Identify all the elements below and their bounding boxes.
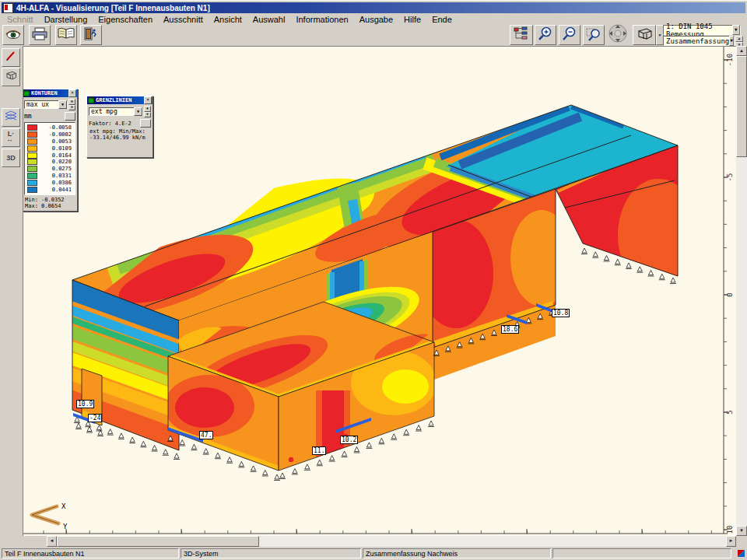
zoom-in-button[interactable]: + [535, 25, 556, 45]
menu-bar: SchnittDarstellungEigenschaftenAusschnit… [2, 14, 745, 24]
vertical-scrollbar[interactable]: ▲ ▼ [736, 46, 747, 536]
konturen-panel[interactable]: KONTUREN × max ux ▼ ▲▼ mm -0.0058-0.0002… [23, 89, 78, 212]
legend-row: 0.0441 [26, 186, 74, 193]
status-logo-icon [738, 550, 745, 557]
status-project: Teil F Innenausbauten N1 [2, 548, 179, 558]
close-icon[interactable]: × [144, 96, 152, 104]
legend-color-chip [27, 159, 37, 165]
status-extra [552, 548, 731, 558]
support-value-label: 10.8 [552, 309, 570, 317]
grenzlinien-titlebar[interactable]: GRENZLINIEN × [87, 96, 153, 104]
konturen-spinner[interactable]: ▲▼ [68, 99, 75, 110]
menu-item-darstellung[interactable]: Darstellung [39, 15, 93, 24]
app-window: 4H-ALFA - Visualisierung [Teil F Innenau… [0, 0, 747, 560]
konturen-titlebar[interactable]: KONTUREN × [23, 89, 77, 97]
bemessung-select[interactable]: 1: DIN 1045 Bemessung ▼ [663, 25, 741, 35]
svg-text:0: 0 [726, 292, 734, 296]
pan-control[interactable] [607, 25, 629, 45]
vertical-scroll-thumb[interactable] [736, 56, 747, 157]
app-icon [3, 3, 13, 13]
edit-mode-button[interactable] [2, 48, 20, 67]
threed-button[interactable]: 3D [2, 149, 20, 167]
konturen-unit-label: mm [24, 113, 32, 120]
legend-max: Max: 0.0654 [25, 203, 75, 209]
view-3d-button[interactable] [633, 25, 656, 45]
legend-value: 0.0386 [37, 180, 74, 186]
exit-button[interactable] [80, 25, 102, 45]
element-tree-button[interactable] [510, 25, 533, 45]
menu-item-ausgabe[interactable]: Ausgabe [354, 15, 398, 24]
menu-item-eigenschaften[interactable]: Eigenschaften [93, 15, 158, 24]
dimension-button[interactable]: L··· [2, 128, 20, 147]
menu-item-schnitt: Schnitt [2, 15, 39, 24]
legend-row: 0.0275 [26, 166, 74, 173]
menu-item-informationen[interactable]: Informationen [290, 15, 353, 24]
zoom-out-icon: - [562, 26, 577, 44]
legend-color-chip [27, 187, 37, 193]
grenzlinien-panel[interactable]: GRENZLINIEN × ext mpg ▼ ▲▼ Faktor: 4.E-2… [86, 96, 153, 158]
scroll-up-icon[interactable]: ▲ [736, 46, 747, 56]
menu-item-auswahl[interactable]: Auswahl [247, 15, 291, 24]
horizontal-scroll-thumb[interactable] [57, 536, 259, 547]
zoom-out-button[interactable]: - [559, 25, 580, 45]
konturen-result-select[interactable]: max ux ▼ [24, 100, 68, 109]
legend-value: 0.0164 [37, 152, 74, 159]
printer-icon [32, 27, 47, 44]
book-icon [58, 27, 75, 43]
konturen-title: KONTUREN [31, 90, 68, 96]
legend-row: 0.0331 [26, 173, 74, 180]
legend-color-chip [27, 152, 37, 159]
grenzlinien-info1: ext mpg: Min/Max: [89, 128, 150, 135]
legend-value: 0.0275 [37, 166, 74, 172]
legend-color-chip [27, 166, 37, 172]
legend-row: 0.0109 [26, 145, 74, 152]
viewport[interactable]: XY-15-10-50510-10-50510 KONTUREN × max u… [23, 46, 736, 536]
pencil-icon [5, 50, 17, 65]
support-value-label: 18.6 [501, 325, 519, 334]
model-view-button[interactable] [2, 68, 20, 86]
mesh-button[interactable] [2, 108, 20, 127]
legend-color-chip [27, 173, 37, 179]
menu-item-ansicht[interactable]: Ansicht [209, 15, 247, 24]
menu-item-hilfe[interactable]: Hilfe [398, 15, 426, 24]
grenzlinien-result-select[interactable]: ext mpg ▼ [89, 107, 143, 116]
menu-item-ausschnitt[interactable]: Ausschnitt [158, 15, 209, 24]
horizontal-scrollbar[interactable]: ◄ ► [23, 536, 747, 547]
legend-row: 0.0164 [26, 152, 74, 159]
konturen-refresh-button[interactable] [65, 112, 75, 121]
close-icon[interactable]: × [68, 89, 76, 97]
zoom-window-button[interactable] [583, 25, 605, 45]
view-eye-button[interactable] [2, 25, 24, 45]
cube-icon [5, 70, 17, 84]
grenzlinien-refresh-button[interactable] [140, 119, 151, 128]
legend-row: 0.0220 [26, 159, 74, 166]
legend-row: -0.0058 [26, 124, 74, 131]
svg-text:-10: -10 [726, 54, 734, 66]
support-value-label: 11. [312, 446, 326, 455]
legend-value: 0.0220 [37, 159, 74, 165]
support-value-label: 10.9 [76, 400, 94, 408]
print-button[interactable] [29, 25, 51, 45]
cube-icon [636, 27, 653, 44]
scroll-down-icon[interactable]: ▼ [736, 526, 747, 536]
chevron-down-icon: ▼ [729, 36, 734, 46]
length-icon: L··· [8, 131, 15, 145]
chevron-down-icon: ▼ [134, 107, 142, 116]
legend-color-chip [27, 145, 37, 152]
ergebnis-select[interactable]: Zusammenfassung ▼ [663, 36, 735, 46]
zoom-window-icon [586, 26, 601, 44]
menu-item-ende[interactable]: Ende [426, 15, 458, 24]
tree-icon [513, 26, 530, 44]
chevron-down-icon: ▼ [658, 32, 662, 39]
handbook-button[interactable] [55, 25, 77, 45]
grenzlinien-spinner[interactable]: ▲▼ [144, 106, 151, 117]
legend-value: 0.0441 [37, 187, 74, 193]
faktor-label: Faktor: 4.E-2 [89, 121, 132, 127]
title-bar[interactable]: 4H-ALFA - Visualisierung [Teil F Innenau… [2, 2, 745, 13]
svg-text:Y: Y [63, 523, 68, 530]
ergebnis-value: Zusammenfassung [666, 37, 729, 45]
scroll-left-icon[interactable]: ◄ [47, 536, 57, 547]
svg-text:-5: -5 [726, 173, 734, 182]
legend-color-chip [27, 180, 37, 186]
scroll-right-icon[interactable]: ► [726, 536, 736, 547]
